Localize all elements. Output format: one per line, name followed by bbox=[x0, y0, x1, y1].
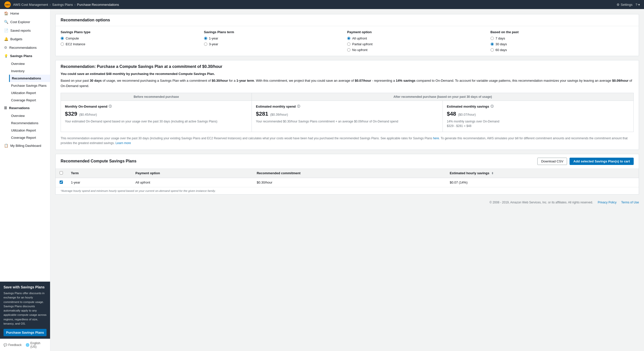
sidebar-section-savings-plans[interactable]: 💡 Savings Plans bbox=[0, 52, 50, 60]
radio-partial-upfront-input[interactable] bbox=[347, 42, 350, 46]
option-col-past: Based on the past 7 days 30 days bbox=[491, 30, 634, 52]
option-label-past: Based on the past bbox=[491, 30, 629, 34]
sidebar-label-recommendations: Recommendations bbox=[9, 46, 36, 50]
top-nav-left: AWS AWS Cost Management › Savings Plans … bbox=[4, 1, 119, 8]
sidebar-item-budgets[interactable]: 🔔 Budgets bbox=[0, 35, 50, 43]
learn-more-link[interactable]: Learn more bbox=[115, 141, 131, 145]
feedback-button[interactable]: 💬 Feedback bbox=[4, 343, 22, 347]
sidebar-item-sp-recommendations[interactable]: Recommendations bbox=[9, 75, 50, 82]
svg-text:AWS: AWS bbox=[5, 4, 10, 6]
page-footer: © 2008 - 2019, Amazon Web Services, Inc.… bbox=[55, 199, 639, 206]
split-box-before-body: Monthly On-Demand spend ⓘ $329 ($0.45/ho… bbox=[61, 101, 252, 127]
split-box-after-wrapper: After recommended purchase (based on you… bbox=[252, 93, 633, 132]
radio-1year-label: 1-year bbox=[209, 36, 218, 40]
terms-of-use-link[interactable]: Terms of Use bbox=[621, 201, 639, 204]
sidebar-section-reservations[interactable]: ☰ Reservations bbox=[0, 104, 50, 112]
sidebar-label-sp-utilization: Utilization Report bbox=[11, 91, 36, 95]
radio-1year-input[interactable] bbox=[204, 37, 207, 40]
rec-title: Recommendation: Purchase a Compute Savin… bbox=[61, 64, 634, 69]
privacy-policy-link[interactable]: Privacy Policy bbox=[598, 201, 617, 204]
radio-ec2-input[interactable] bbox=[61, 42, 64, 46]
radio-no-upfront-input[interactable] bbox=[347, 48, 350, 52]
sidebar-item-res-utilization[interactable]: Utilization Report bbox=[9, 127, 50, 134]
help-button[interactable]: ? ▾ bbox=[635, 3, 640, 7]
metric-big-after-spend: $281 bbox=[256, 111, 268, 117]
sidebar-label-res-coverage: Coverage Report bbox=[11, 136, 36, 140]
sidebar-item-res-overview[interactable]: Overview bbox=[9, 112, 50, 119]
radio-30days[interactable]: 30 days bbox=[491, 42, 629, 46]
split-box-after-header: After recommended purchase (based on you… bbox=[252, 93, 633, 101]
language-button[interactable]: 🌐 English (US) bbox=[26, 341, 47, 348]
radio-30days-label: 30 days bbox=[496, 42, 507, 46]
radio-ec2[interactable]: EC2 Instance bbox=[61, 42, 199, 46]
radio-group-past: 7 days 30 days 60 days bbox=[491, 36, 629, 52]
radio-group-type: Compute EC2 Instance bbox=[61, 36, 199, 46]
sidebar-sub-reservations: Overview Recommendations Utilization Rep… bbox=[0, 112, 50, 141]
sidebar-label-sp-recommendations: Recommendations bbox=[12, 76, 41, 80]
col-checkbox bbox=[56, 169, 67, 178]
sidebar-item-billing[interactable]: 📋 My Billing Dashboard bbox=[0, 141, 50, 150]
top-nav: AWS AWS Cost Management › Savings Plans … bbox=[0, 0, 644, 9]
sidebar-label-sp-coverage: Coverage Report bbox=[11, 98, 36, 102]
metric-desc-before: Your estimated On-Demand spend based on … bbox=[65, 119, 248, 124]
metric-desc-after-savings: 14% monthly savings over On-Demand$329 -… bbox=[447, 119, 629, 128]
radio-30days-input[interactable] bbox=[491, 42, 494, 46]
breadcrumb-sep-2: › bbox=[74, 3, 75, 7]
download-csv-button[interactable]: Download CSV bbox=[537, 158, 567, 165]
sidebar-item-sp-utilization[interactable]: Utilization Report bbox=[9, 89, 50, 97]
sidebar-item-res-recommendations[interactable]: Recommendations bbox=[9, 119, 50, 127]
sidebar-item-home[interactable]: 🏠 Home bbox=[0, 9, 50, 18]
sidebar-item-res-coverage[interactable]: Coverage Report bbox=[9, 134, 50, 141]
save-box-button[interactable]: Purchase Savings Plans bbox=[4, 329, 47, 336]
breadcrumb-savings-plans[interactable]: Savings Plans bbox=[52, 3, 73, 7]
sort-icon[interactable]: ⇕ bbox=[491, 172, 494, 175]
breadcrumb-sep-1: › bbox=[50, 3, 51, 7]
recommendation-options-body: Savings Plans type Compute EC2 Instance bbox=[56, 26, 639, 56]
col-term: Term bbox=[67, 169, 131, 178]
cost-explorer-icon: 🔍 bbox=[4, 20, 8, 24]
radio-partial-upfront[interactable]: Partial upfront bbox=[347, 42, 486, 46]
sidebar-label-res-recommendations: Recommendations bbox=[11, 121, 38, 125]
sidebar-item-sp-coverage[interactable]: Coverage Report bbox=[9, 97, 50, 104]
metric-label-after-savings: Estimated monthly savings ⓘ bbox=[447, 104, 629, 109]
radio-compute[interactable]: Compute bbox=[61, 36, 199, 40]
option-label-type: Savings Plans type bbox=[61, 30, 199, 34]
radio-all-upfront-input[interactable] bbox=[347, 37, 350, 40]
sidebar-item-sp-purchase[interactable]: Purchase Savings Plans bbox=[9, 82, 50, 89]
recommendation-detail-body: Recommendation: Purchase a Compute Savin… bbox=[56, 60, 639, 150]
table-actions: Download CSV Add selected Savings Plan(s… bbox=[537, 158, 634, 165]
radio-60days-input[interactable] bbox=[491, 48, 494, 52]
sidebar-item-saved-reports[interactable]: 📄 Saved reports bbox=[0, 26, 50, 35]
add-to-cart-button[interactable]: Add selected Savings Plan(s) to cart bbox=[570, 158, 634, 165]
sidebar-item-sp-inventory[interactable]: Inventory bbox=[9, 67, 50, 75]
radio-60days[interactable]: 60 days bbox=[491, 48, 629, 52]
here-link[interactable]: here bbox=[433, 137, 439, 140]
home-icon: 🏠 bbox=[4, 11, 8, 15]
settings-button[interactable]: ⚙ Settings bbox=[617, 3, 632, 7]
row-checkbox[interactable] bbox=[60, 181, 63, 184]
option-col-payment: Payment option All upfront Partial upfro… bbox=[347, 30, 491, 52]
radio-7days-label: 7 days bbox=[496, 36, 505, 40]
table-header-row: Recommended Compute Savings Plans Downlo… bbox=[56, 154, 639, 169]
sidebar-item-sp-overview[interactable]: Overview bbox=[9, 60, 50, 67]
metric-big-before: $329 bbox=[65, 111, 77, 117]
sidebar-label-savings-plans: Savings Plans bbox=[10, 54, 32, 58]
split-box-before-header: Before recommended purchase bbox=[61, 93, 252, 101]
radio-1year[interactable]: 1-year bbox=[204, 36, 342, 40]
radio-ec2-label: EC2 Instance bbox=[66, 42, 85, 46]
radio-7days-input[interactable] bbox=[491, 37, 494, 40]
breadcrumb-cost-management[interactable]: AWS Cost Management bbox=[13, 3, 48, 7]
sidebar-item-recommendations[interactable]: ⚙ Recommendations bbox=[0, 43, 50, 52]
select-all-checkbox[interactable] bbox=[60, 171, 63, 174]
radio-3year-input[interactable] bbox=[204, 42, 207, 46]
sidebar-item-cost-explorer[interactable]: 🔍 Cost Explorer bbox=[0, 18, 50, 26]
radio-all-upfront[interactable]: All upfront bbox=[347, 36, 486, 40]
radio-partial-upfront-label: Partial upfront bbox=[352, 42, 373, 46]
radio-compute-input[interactable] bbox=[61, 37, 64, 40]
radio-no-upfront[interactable]: No upfront bbox=[347, 48, 486, 52]
sidebar-label-saved-reports: Saved reports bbox=[10, 29, 31, 32]
row-savings: $0.07 (14%) bbox=[446, 178, 639, 187]
radio-7days[interactable]: 7 days bbox=[491, 36, 629, 40]
radio-3year[interactable]: 3-year bbox=[204, 42, 342, 46]
row-term: 1-year bbox=[67, 178, 131, 187]
